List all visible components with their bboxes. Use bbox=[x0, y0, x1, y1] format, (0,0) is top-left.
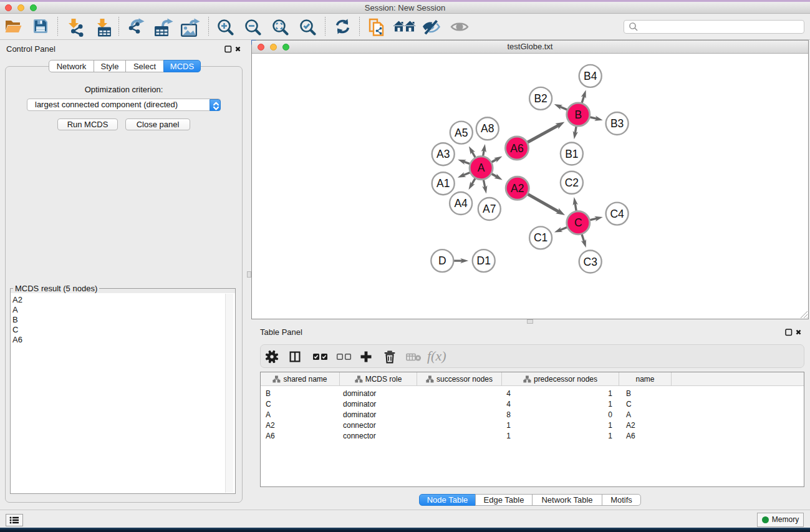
svg-text:A: A bbox=[478, 162, 485, 174]
svg-text:D: D bbox=[438, 254, 446, 267]
svg-text:B4: B4 bbox=[584, 70, 597, 82]
svg-text:C4: C4 bbox=[610, 208, 624, 220]
svg-text:A2: A2 bbox=[511, 182, 524, 195]
svg-text:C1: C1 bbox=[534, 231, 547, 244]
svg-text:C: C bbox=[574, 216, 582, 229]
svg-text:D1: D1 bbox=[477, 254, 491, 267]
svg-text:C2: C2 bbox=[565, 177, 579, 189]
svg-text:B: B bbox=[574, 109, 582, 121]
svg-text:B2: B2 bbox=[534, 92, 547, 105]
svg-text:C3: C3 bbox=[584, 256, 597, 268]
svg-text:A3: A3 bbox=[436, 148, 450, 160]
svg-text:B1: B1 bbox=[565, 148, 578, 160]
svg-text:A5: A5 bbox=[455, 127, 468, 139]
svg-text:A8: A8 bbox=[481, 122, 494, 135]
svg-text:A4: A4 bbox=[454, 197, 468, 210]
svg-text:A1: A1 bbox=[436, 177, 450, 190]
svg-text:A6: A6 bbox=[510, 142, 523, 155]
svg-text:A7: A7 bbox=[483, 203, 496, 215]
svg-text:B3: B3 bbox=[610, 117, 624, 130]
